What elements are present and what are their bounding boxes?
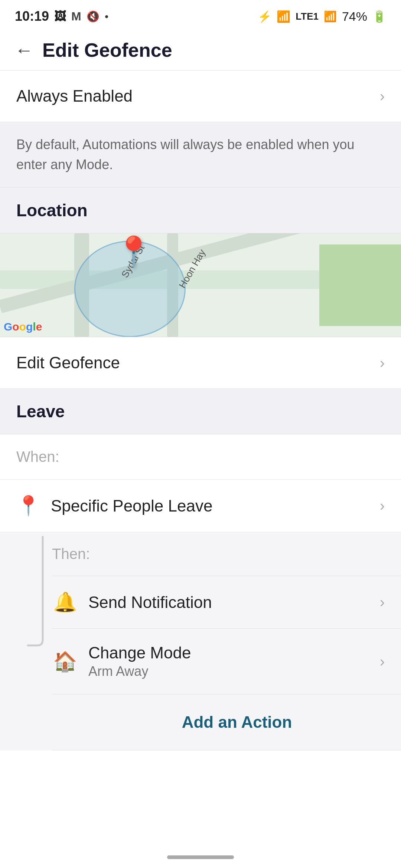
status-bar: 10:19 🖼 M 🔇 ● ⚡ 📶 LTE1 📶 74% 🔋: [0, 0, 401, 30]
when-label-text: When:: [16, 448, 59, 465]
when-label-row: When:: [0, 434, 401, 480]
always-enabled-row[interactable]: Always Enabled ›: [0, 70, 401, 122]
change-mode-sublabel: Arm Away: [88, 664, 369, 679]
action-text-group-2: Change Mode Arm Away: [88, 644, 369, 679]
gmail-icon: M: [71, 10, 81, 23]
add-action-button[interactable]: Add an Action: [182, 713, 292, 731]
leave-title: Leave: [16, 402, 65, 421]
change-mode-chevron: ›: [380, 653, 385, 670]
info-section: By default, Automations will always be e…: [0, 122, 401, 188]
location-title: Location: [16, 201, 88, 220]
google-logo: Google: [4, 320, 42, 333]
page-title: Edit Geofence: [42, 39, 172, 61]
signal-icon: 📶: [324, 10, 337, 23]
bottom-home-indicator: [167, 855, 234, 859]
battery-percent: 74%: [342, 9, 367, 24]
indent-bracket: [22, 532, 45, 750]
change-mode-row[interactable]: 🏠 Change Mode Arm Away ›: [52, 629, 401, 694]
map-container[interactable]: Sydal St Hoon Hay 📍 Google: [0, 233, 401, 337]
back-button[interactable]: ←: [15, 39, 33, 61]
then-label-text: Then:: [52, 546, 90, 562]
edit-geofence-label: Edit Geofence: [16, 354, 120, 372]
location-pin-icon: 📍: [16, 494, 40, 517]
edit-geofence-row[interactable]: Edit Geofence ›: [0, 337, 401, 389]
condition-label: Specific People Leave: [51, 497, 369, 515]
send-notification-chevron: ›: [380, 594, 385, 611]
send-notification-label: Send Notification: [88, 593, 369, 612]
info-text: By default, Automations will always be e…: [16, 137, 355, 172]
map-pin: 📍: [115, 237, 152, 267]
always-enabled-chevron: ›: [380, 88, 385, 105]
bracket-svg: [22, 536, 45, 647]
leave-section-header: Leave: [0, 389, 401, 434]
always-enabled-label: Always Enabled: [16, 87, 133, 105]
specific-people-leave-row[interactable]: 📍 Specific People Leave ›: [0, 480, 401, 532]
map-bg: Sydal St Hoon Hay 📍 Google: [0, 233, 401, 337]
send-notification-row[interactable]: 🔔 Send Notification ›: [52, 576, 401, 629]
then-content: Then: 🔔 Send Notification › 🏠 Change Mod…: [0, 532, 401, 750]
location-section-header: Location: [0, 188, 401, 233]
lte-icon: LTE1: [296, 11, 319, 22]
then-label-row: Then:: [52, 532, 401, 576]
bottom-spacer: [0, 750, 401, 795]
bottom-bar: [0, 846, 401, 868]
bluetooth-icon: ⚡: [258, 10, 271, 23]
change-mode-label: Change Mode: [88, 644, 369, 662]
mute-icon: 🔇: [87, 10, 100, 23]
gallery-icon: 🖼: [54, 10, 66, 23]
status-left: 10:19 🖼 M 🔇 ●: [15, 9, 109, 24]
wifi-icon: 📶: [277, 10, 290, 23]
bell-icon: 🔔: [52, 591, 78, 614]
time: 10:19: [15, 9, 49, 24]
status-right: ⚡ 📶 LTE1 📶 74% 🔋: [258, 9, 386, 24]
house-icon: 🏠: [52, 650, 78, 673]
action-text-group-1: Send Notification: [88, 593, 369, 612]
condition-chevron: ›: [380, 497, 385, 514]
then-container: Then: 🔔 Send Notification › 🏠 Change Mod…: [0, 532, 401, 750]
battery-icon: 🔋: [372, 10, 386, 23]
dot-icon: ●: [105, 13, 109, 20]
add-action-container: Add an Action: [52, 694, 401, 750]
edit-geofence-chevron: ›: [380, 355, 385, 371]
header: ← Edit Geofence: [0, 30, 401, 70]
